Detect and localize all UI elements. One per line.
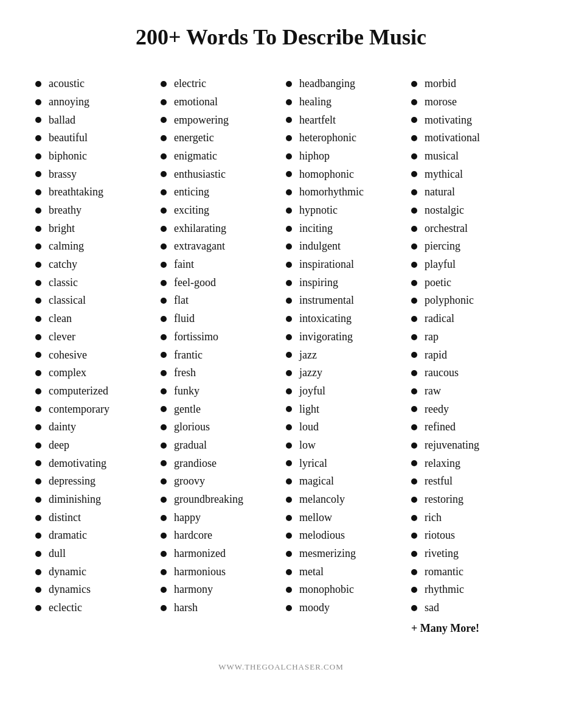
word-label: inciting <box>299 220 333 238</box>
bullet-icon <box>286 497 292 503</box>
bullet-icon <box>161 334 167 340</box>
word-label: light <box>299 401 319 419</box>
list-item: extravagant <box>156 237 281 256</box>
list-item: annoying <box>30 93 156 111</box>
bullet-icon <box>35 424 41 430</box>
word-label: enigmatic <box>174 147 217 166</box>
list-item: hiphop <box>281 147 406 166</box>
bullet-icon <box>411 497 417 503</box>
list-item: empowering <box>156 111 281 130</box>
bullet-icon <box>35 370 41 376</box>
word-label: low <box>299 436 316 455</box>
word-label: computerized <box>49 382 108 401</box>
word-label: joyful <box>299 382 325 401</box>
bullet-icon <box>411 515 417 521</box>
list-item: clean <box>30 310 156 328</box>
list-item: diminishing <box>30 491 156 509</box>
bullet-icon <box>35 587 41 593</box>
word-label: calming <box>49 237 84 256</box>
word-label: harsh <box>174 599 198 617</box>
bullet-icon <box>35 226 41 232</box>
bullet-icon <box>161 226 167 232</box>
list-item: invigorating <box>281 328 406 346</box>
bullet-icon <box>286 208 292 214</box>
bullet-icon <box>286 352 292 358</box>
list-item: ballad <box>30 111 156 130</box>
word-label: fluid <box>174 310 195 328</box>
list-item: catchy <box>30 256 156 274</box>
list-item: depressing <box>30 472 156 491</box>
bullet-icon <box>161 551 167 557</box>
list-item: demotivating <box>30 455 156 473</box>
word-label: monophobic <box>299 581 354 599</box>
word-label: rapid <box>425 346 447 365</box>
bullet-icon <box>411 587 417 593</box>
list-item: complex <box>30 364 156 382</box>
list-item: rich <box>406 509 532 527</box>
bullet-icon <box>286 189 292 195</box>
bullet-icon <box>35 316 41 322</box>
word-label: reedy <box>425 401 449 419</box>
word-label: acoustic <box>49 75 85 93</box>
word-label: metal <box>299 563 324 581</box>
word-label: raucous <box>425 364 459 382</box>
bullet-icon <box>161 171 167 177</box>
list-item: headbanging <box>281 75 406 93</box>
bullet-icon <box>35 533 41 539</box>
word-label: magical <box>299 472 334 491</box>
bullet-icon <box>161 443 167 449</box>
bullet-icon <box>35 171 41 177</box>
list-item: natural <box>406 183 532 201</box>
list-item: computerized <box>30 382 156 401</box>
bullet-icon <box>35 443 41 449</box>
word-label: breathtaking <box>49 183 103 201</box>
word-label: healing <box>299 93 331 111</box>
list-item: grandiose <box>156 455 281 473</box>
list-item: dynamics <box>30 581 156 599</box>
many-more: + Many More! <box>406 620 532 638</box>
bullet-icon <box>411 262 417 268</box>
list-item: metal <box>281 563 406 581</box>
list-item: inspirational <box>281 256 406 274</box>
word-label: harmonized <box>174 545 226 563</box>
bullet-icon <box>411 605 417 611</box>
bullet-icon <box>35 280 41 286</box>
bullet-icon <box>286 280 292 286</box>
list-item: dynamic <box>30 563 156 581</box>
word-label: catchy <box>49 256 77 274</box>
word-label: piercing <box>425 237 460 256</box>
bullet-icon <box>286 226 292 232</box>
word-label: lyrical <box>299 455 327 473</box>
word-label: harmony <box>174 581 213 599</box>
bullet-icon <box>286 460 292 466</box>
list-item: hypnotic <box>281 201 406 220</box>
word-label: loud <box>299 418 319 436</box>
bullet-icon <box>411 316 417 322</box>
bullet-icon <box>161 533 167 539</box>
word-label: hardcore <box>174 527 212 545</box>
list-item: frantic <box>156 346 281 365</box>
bullet-icon <box>35 460 41 466</box>
list-item: inciting <box>281 220 406 238</box>
list-item: fortissimo <box>156 328 281 346</box>
list-item: raw <box>406 382 532 401</box>
list-item: magical <box>281 472 406 491</box>
word-label: raw <box>425 382 441 401</box>
word-label: morose <box>425 93 457 111</box>
list-item: homophonic <box>281 166 406 184</box>
word-label: indulgent <box>299 237 341 256</box>
word-label: restoring <box>425 491 463 509</box>
word-label: homophonic <box>299 166 354 184</box>
list-item: light <box>281 401 406 419</box>
word-label: jazz <box>299 346 317 365</box>
list-item: homorhythmic <box>281 183 406 201</box>
bullet-icon <box>161 243 167 250</box>
bullet-icon <box>411 171 417 177</box>
list-item: gradual <box>156 436 281 455</box>
bullet-icon <box>161 208 167 214</box>
list-item: enthusiastic <box>156 166 281 184</box>
bullet-icon <box>411 478 417 485</box>
word-label: enthusiastic <box>174 166 226 184</box>
word-label: fortissimo <box>174 328 218 346</box>
list-item: inspiring <box>281 274 406 292</box>
